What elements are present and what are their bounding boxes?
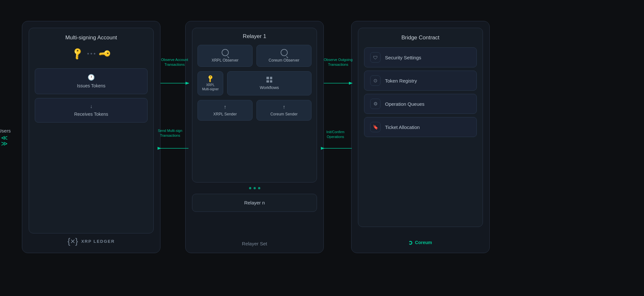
relayer-n-label: Relayer n — [244, 200, 265, 205]
issues-tokens-label: Issues Tokens — [77, 83, 105, 88]
up-arrow-coreum-icon: ↑ — [283, 104, 285, 110]
xrpl-observer-box: XRPL Observer — [197, 45, 253, 67]
operation-queues-item[interactable]: ⚙ Operation Queues — [364, 94, 477, 114]
receives-tokens-label: Receives Tokens — [74, 112, 108, 117]
relayer1-title: Relayer 1 — [243, 33, 266, 40]
coreum-sender-label: Coreum Sender — [270, 112, 298, 116]
security-settings-item[interactable]: 🛡 Security Settings — [364, 47, 477, 67]
center-footer: Relayer Set — [186, 241, 323, 246]
center-panel: Relayer 1 XRPL Observer Coreum Observer — [185, 21, 324, 253]
security-settings-label: Security Settings — [385, 55, 421, 60]
ticket-allocation-label: Ticket Allocation — [385, 124, 420, 130]
coreum-observer-box: Coreum Observer — [256, 45, 312, 67]
coreum-observer-label: Coreum Observer — [269, 58, 299, 63]
ticket-allocation-item[interactable]: 🔖 Ticket Allocation — [364, 117, 477, 137]
init-confirm-label: Init/Confirm Operations — [326, 130, 344, 140]
xrpl-multisigner-box: 🔑 XRPL Multi-signer — [197, 71, 223, 95]
multisigning-title: Multi-signing Account — [65, 35, 117, 41]
coreum-sender-box: ↑ Coreum Sender — [256, 100, 312, 121]
send-multisign-label: Send Multi-sign Transactions — [158, 128, 182, 138]
workflows-box: Workflows — [227, 71, 312, 95]
token-registry-item[interactable]: ⊙ Token Registry — [364, 71, 477, 91]
down-arrow-icon: ↓ — [42, 104, 141, 109]
ticket-allocation-icon: 🔖 — [370, 122, 380, 132]
xrpl-sender-label: XRPL Sender — [213, 112, 237, 116]
observer-row: XRPL Observer Coreum Observer — [197, 45, 312, 67]
coreum-label: Coreum — [415, 240, 432, 245]
bridge-contract-card: Bridge Contract 🛡 Security Settings ⊙ To… — [358, 28, 483, 227]
search-icon-coreum — [281, 49, 288, 56]
operation-queues-label: Operation Queues — [385, 101, 425, 107]
left-panel: Users ≪ ≫ Multi-signing Account 🔑 🔑 — [22, 21, 160, 253]
bridge-items-list: 🛡 Security Settings ⊙ Token Registry ⚙ O… — [364, 47, 477, 137]
issues-tokens-box: 🕐 Issues Tokens — [35, 68, 148, 94]
xrpl-multisigner-label: XRPL Multi-signer — [202, 83, 219, 91]
relayer-set-label: Relayer Set — [242, 241, 267, 246]
users-label: Users — [0, 128, 11, 133]
key-small-icon: 🔑 — [206, 74, 215, 83]
sender-row: ↑ XRPL Sender ↑ Coreum Sender — [197, 100, 312, 121]
left-footer: {×} XRP LEDGER — [22, 236, 160, 246]
relayer1-card: Relayer 1 XRPL Observer Coreum Observer — [192, 28, 317, 183]
xrp-ledger-label: XRP LEDGER — [81, 239, 115, 244]
multisigning-card: Multi-signing Account 🔑 🔑 🕐 Issues Token… — [29, 28, 154, 233]
security-settings-icon: 🛡 — [370, 52, 380, 63]
coreum-logo-icon: ↄ — [409, 239, 412, 246]
right-panel: Bridge Contract 🛡 Security Settings ⊙ To… — [351, 21, 490, 253]
bridge-contract-title: Bridge Contract — [401, 35, 439, 41]
workflows-label: Workflows — [260, 85, 279, 90]
operation-queues-icon: ⚙ — [370, 99, 380, 109]
observe-outgoing-label: Observe Outgoing Transactions — [324, 57, 352, 67]
users-arrows: ≪ ≫ — [1, 135, 8, 146]
relayer-n-box: Relayer n — [192, 194, 317, 212]
chevron-down-icon: ≫ — [1, 141, 8, 146]
users-label-group: Users ≪ ≫ — [0, 128, 11, 146]
receives-tokens-box: ↓ Receives Tokens — [35, 98, 148, 123]
xrpl-observer-label: XRPL Observer — [212, 58, 239, 63]
search-icon-xrpl — [222, 49, 229, 56]
dots-group — [87, 53, 95, 54]
key-left-icon: 🔑 — [70, 46, 84, 61]
token-registry-icon: ⊙ — [370, 75, 380, 86]
key-right-icon: 🔑 — [98, 46, 112, 61]
xrpl-sender-box: ↑ XRPL Sender — [197, 100, 253, 121]
clock-icon: 🕐 — [42, 74, 141, 81]
three-dots-separator — [192, 187, 317, 189]
keys-row: 🔑 🔑 — [72, 49, 110, 59]
observe-account-label: Observe Account Transactions — [161, 57, 188, 67]
up-arrow-xrpl-icon: ↑ — [224, 104, 226, 110]
grid-icon — [266, 77, 272, 83]
right-footer: ↄ Coreum — [351, 239, 489, 246]
token-registry-label: Token Registry — [385, 78, 417, 84]
middle-row: 🔑 XRPL Multi-signer Workflows — [197, 71, 312, 95]
xrp-logo-icon: {×} — [68, 236, 78, 246]
